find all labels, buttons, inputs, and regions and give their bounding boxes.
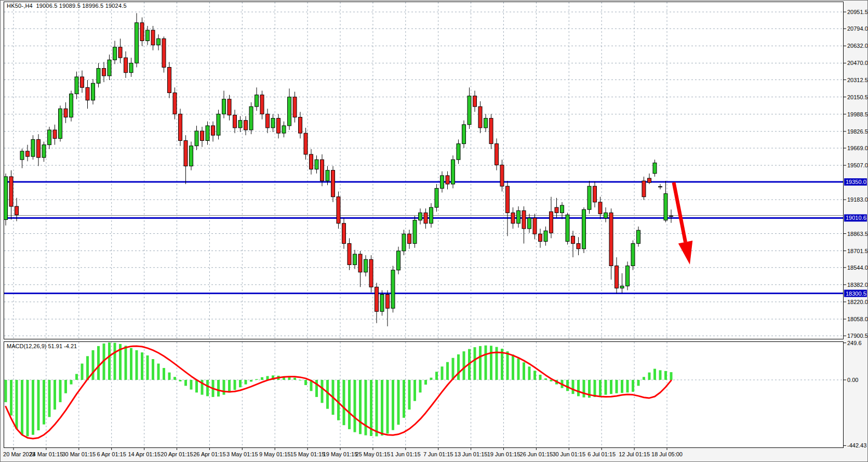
svg-text:26 Jun 01:15: 26 Jun 01:15 bbox=[520, 451, 553, 457]
svg-text:20 Apr 01:15: 20 Apr 01:15 bbox=[161, 451, 193, 457]
chart-canvas[interactable]: 20951.520794.020632.020470.020312.520150… bbox=[1, 1, 868, 462]
svg-text:9 May 01:15: 9 May 01:15 bbox=[259, 451, 291, 457]
svg-text:30 Mar 01:15: 30 Mar 01:15 bbox=[62, 451, 96, 457]
svg-text:6 Jul 01:15: 6 Jul 01:15 bbox=[587, 451, 616, 457]
time-axis[interactable]: 20 Mar 202324 Mar 01:1530 Mar 01:156 Apr… bbox=[3, 448, 683, 457]
svg-text:18220.0: 18220.0 bbox=[847, 299, 868, 305]
svg-text:0.00: 0.00 bbox=[847, 377, 858, 383]
svg-text:18 Jul 05:00: 18 Jul 05:00 bbox=[651, 451, 683, 457]
svg-text:18300.5: 18300.5 bbox=[846, 291, 866, 297]
svg-text:18544.0: 18544.0 bbox=[847, 265, 868, 271]
svg-text:19350.0: 19350.0 bbox=[846, 179, 866, 185]
svg-text:19669.0: 19669.0 bbox=[847, 145, 868, 151]
svg-text:13 Jun 01:15: 13 Jun 01:15 bbox=[455, 451, 488, 457]
svg-text:-442.43: -442.43 bbox=[847, 442, 866, 448]
price-badge-19350.0: 19350.0 bbox=[844, 178, 867, 186]
svg-text:19183.0: 19183.0 bbox=[847, 196, 868, 203]
svg-text:20632.0: 20632.0 bbox=[847, 43, 868, 49]
svg-text:26 Apr 01:15: 26 Apr 01:15 bbox=[193, 451, 225, 457]
svg-text:1 Jun 01:15: 1 Jun 01:15 bbox=[391, 451, 421, 457]
svg-text:30 Jun 01:15: 30 Jun 01:15 bbox=[552, 451, 585, 457]
svg-text:18058.0: 18058.0 bbox=[847, 316, 868, 322]
svg-text:20312.5: 20312.5 bbox=[847, 77, 868, 83]
svg-text:19507.0: 19507.0 bbox=[847, 162, 868, 168]
svg-text:3 May 01:15: 3 May 01:15 bbox=[226, 451, 258, 457]
svg-text:24 Mar 01:15: 24 Mar 01:15 bbox=[29, 451, 63, 457]
svg-text:17900.5: 17900.5 bbox=[847, 333, 868, 339]
svg-text:19010.6: 19010.6 bbox=[846, 215, 866, 221]
svg-text:19 Jun 01:15: 19 Jun 01:15 bbox=[487, 451, 520, 457]
svg-text:20150.5: 20150.5 bbox=[847, 94, 868, 100]
svg-text:19988.5: 19988.5 bbox=[847, 111, 868, 117]
macd-indicator-label: MACD(12,26,9) 51.91 -4.21 bbox=[7, 343, 77, 349]
svg-text:15 May 01:15: 15 May 01:15 bbox=[290, 451, 325, 457]
svg-text:12 Jul 01:15: 12 Jul 01:15 bbox=[619, 451, 650, 457]
price-badge-19010.6: 19010.6 bbox=[844, 214, 867, 221]
svg-text:7 Jun 01:15: 7 Jun 01:15 bbox=[423, 451, 453, 457]
svg-text:18382.0: 18382.0 bbox=[847, 282, 868, 288]
svg-text:25 May 01:15: 25 May 01:15 bbox=[356, 451, 391, 457]
svg-text:14 Apr 01:15: 14 Apr 01:15 bbox=[128, 451, 160, 457]
chart-title-ohlc: HK50-,H4 19006.5 19089.5 18996.5 19024.5 bbox=[7, 3, 127, 9]
svg-text:18863.5: 18863.5 bbox=[847, 231, 868, 237]
macd-plot-background bbox=[4, 341, 844, 448]
svg-text:20951.5: 20951.5 bbox=[847, 9, 868, 15]
svg-text:18701.5: 18701.5 bbox=[847, 248, 868, 254]
mt4-chart-window: 20951.520794.020632.020470.020312.520150… bbox=[0, 0, 868, 462]
svg-text:20794.0: 20794.0 bbox=[847, 25, 868, 32]
svg-text:19 May 01:15: 19 May 01:15 bbox=[323, 451, 358, 457]
price-axis[interactable]: 20951.520794.020632.020470.020312.520150… bbox=[844, 9, 868, 448]
svg-text:249.6: 249.6 bbox=[847, 340, 862, 346]
price-badge-18300.5: 18300.5 bbox=[844, 290, 867, 297]
svg-text:6 Apr 01:15: 6 Apr 01:15 bbox=[97, 451, 126, 457]
svg-text:19826.5: 19826.5 bbox=[847, 128, 868, 135]
main-plot-background bbox=[4, 2, 844, 339]
svg-text:20470.0: 20470.0 bbox=[847, 60, 868, 66]
